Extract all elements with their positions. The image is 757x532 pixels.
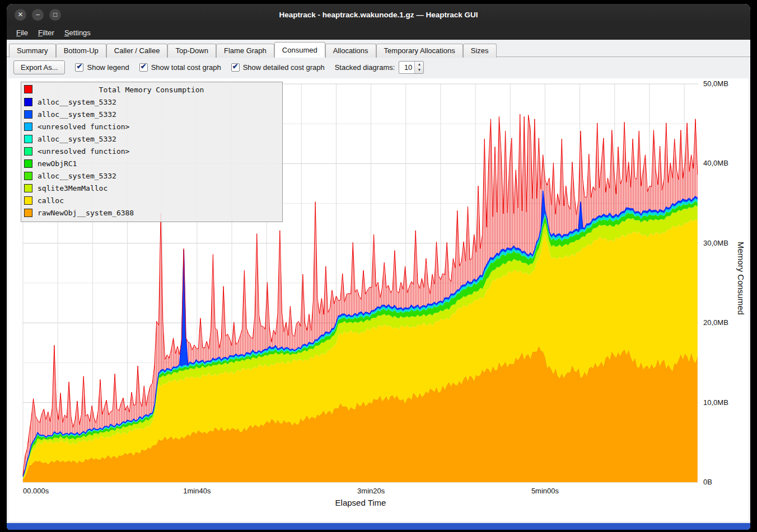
chart-legend: Total Memory Consumptionalloc__system_53…: [21, 82, 283, 222]
legend-item: <unresolved function>: [24, 145, 279, 157]
legend-swatch: [24, 123, 32, 131]
show-total-cost-checkbox[interactable]: ✔ Show total cost graph: [139, 63, 221, 72]
close-icon: ✕: [17, 11, 23, 18]
legend-item: alloc__system_5332: [24, 133, 279, 145]
maximize-button[interactable]: □: [49, 9, 61, 21]
check-icon: ✔: [232, 62, 239, 70]
legend-item: newObjRC1: [24, 157, 279, 170]
y-tick-label: 0B: [703, 478, 712, 486]
stacked-diagrams-value: 10: [399, 62, 414, 73]
close-button[interactable]: ✕: [15, 9, 26, 21]
export-as-button[interactable]: Export As...: [13, 60, 65, 74]
chart-panel: 00.000s1min40s3min20s5min00s0B10,0MB20,0…: [8, 78, 749, 521]
legend-item-label: <unresolved function>: [38, 123, 129, 131]
maximize-icon: □: [53, 11, 57, 18]
x-tick-label: 3min20s: [357, 487, 385, 495]
y-axis-title: Memory Consumed: [736, 242, 746, 315]
legend-swatch: [24, 159, 32, 168]
legend-item-label: alloc__system_5332: [38, 110, 116, 119]
tab-bottom-up[interactable]: Bottom-Up: [56, 44, 106, 58]
legend-item: calloc: [24, 194, 279, 206]
legend-item-label: alloc__system_5332: [38, 98, 116, 106]
legend-swatch: [24, 98, 32, 106]
legend-item-label: sqlite3MemMalloc: [38, 184, 108, 192]
legend-swatch: [24, 147, 32, 156]
show-legend-checkbox[interactable]: ✔ Show legend: [75, 63, 129, 72]
tab-consumed[interactable]: Consumed: [274, 42, 325, 58]
legend-item-label: newObjRC1: [38, 159, 77, 168]
tab-summary[interactable]: Summary: [9, 44, 56, 58]
window-title: Heaptrack - heaptrack.wakunode.1.gz — He…: [7, 11, 750, 19]
legend-title-swatch: [24, 85, 32, 93]
checkbox-box: ✔: [231, 63, 240, 72]
minimize-button[interactable]: –: [32, 9, 44, 21]
y-tick-label: 50,0MB: [703, 79, 728, 88]
menu-filter[interactable]: Filter: [33, 27, 59, 39]
legend-item-label: alloc__system_5332: [38, 172, 116, 180]
legend-item-label: rawNewObj__system_6388: [38, 209, 134, 217]
tab-flame-graph[interactable]: Flame Graph: [216, 44, 274, 58]
minimize-icon: –: [36, 11, 40, 18]
legend-item: alloc__system_5332: [24, 108, 279, 120]
main-content: SummaryBottom-UpCaller / CalleeTop-DownF…: [7, 40, 750, 523]
legend-swatch: [24, 196, 32, 205]
stacked-diagrams-spinbox[interactable]: 10 ▲ ▼: [399, 61, 424, 74]
legend-item: alloc__system_5332: [24, 170, 279, 182]
legend-item-label: alloc__system_5332: [38, 135, 116, 143]
window-controls: ✕ – □: [15, 9, 67, 21]
tab-caller-callee[interactable]: Caller / Callee: [106, 44, 168, 58]
spin-down-button[interactable]: ▼: [415, 67, 423, 73]
tab-sizes[interactable]: Sizes: [463, 44, 497, 58]
legend-item: rawNewObj__system_6388: [24, 206, 279, 219]
y-tick-label: 10,0MB: [703, 398, 728, 407]
bottom-bar: [7, 523, 750, 530]
stacked-diagrams-label: Stacked diagrams:: [335, 63, 395, 72]
show-detailed-cost-checkbox[interactable]: ✔ Show detailed cost graph: [231, 63, 325, 72]
legend-title-row: Total Memory Consumption: [24, 83, 279, 96]
legend-swatch: [24, 184, 32, 192]
y-tick-label: 30,0MB: [703, 239, 728, 247]
x-tick-label: 5min00s: [531, 487, 559, 495]
show-detailed-cost-label: Show detailed cost graph: [243, 63, 325, 72]
legend-item: sqlite3MemMalloc: [24, 182, 279, 194]
menu-file[interactable]: File: [11, 27, 33, 39]
show-total-cost-label: Show total cost graph: [151, 63, 221, 72]
x-tick-label: 1min40s: [183, 487, 211, 495]
legend-item-label: calloc: [38, 196, 64, 205]
legend-swatch: [24, 172, 32, 180]
x-axis-title: Elapsed Time: [23, 498, 698, 507]
titlebar: ✕ – □ Heaptrack - heaptrack.wakunode.1.g…: [7, 4, 750, 25]
menu-bar: File Filter Settings: [7, 25, 750, 40]
y-tick-label: 20,0MB: [703, 318, 728, 327]
legend-swatch: [24, 110, 32, 119]
legend-swatch: [24, 209, 32, 217]
tab-bar: SummaryBottom-UpCaller / CalleeTop-DownF…: [7, 40, 750, 57]
legend-title: Total Memory Consumption: [24, 86, 279, 94]
tab-temporary-allocations[interactable]: Temporary Allocations: [376, 44, 463, 58]
heaptrack-window: ✕ – □ Heaptrack - heaptrack.wakunode.1.g…: [7, 4, 750, 530]
spin-buttons: ▲ ▼: [414, 62, 423, 73]
y-tick-label: 40,0MB: [703, 159, 728, 167]
legend-swatch: [24, 135, 32, 143]
legend-item-label: <unresolved function>: [38, 147, 129, 156]
show-legend-label: Show legend: [87, 63, 129, 72]
menu-settings[interactable]: Settings: [59, 27, 96, 39]
toolbar: Export As... ✔ Show legend ✔ Show total …: [7, 57, 750, 77]
tab-allocations[interactable]: Allocations: [325, 44, 376, 58]
checkbox-box: ✔: [75, 63, 83, 72]
checkbox-box: ✔: [139, 63, 148, 72]
legend-item: <unresolved function>: [24, 120, 279, 133]
check-icon: ✔: [76, 62, 82, 70]
legend-item: alloc__system_5332: [24, 96, 279, 108]
spin-up-button[interactable]: ▲: [415, 62, 423, 68]
tab-top-down[interactable]: Top-Down: [167, 44, 216, 58]
x-tick-label: 00.000s: [23, 487, 49, 495]
check-icon: ✔: [141, 62, 147, 70]
